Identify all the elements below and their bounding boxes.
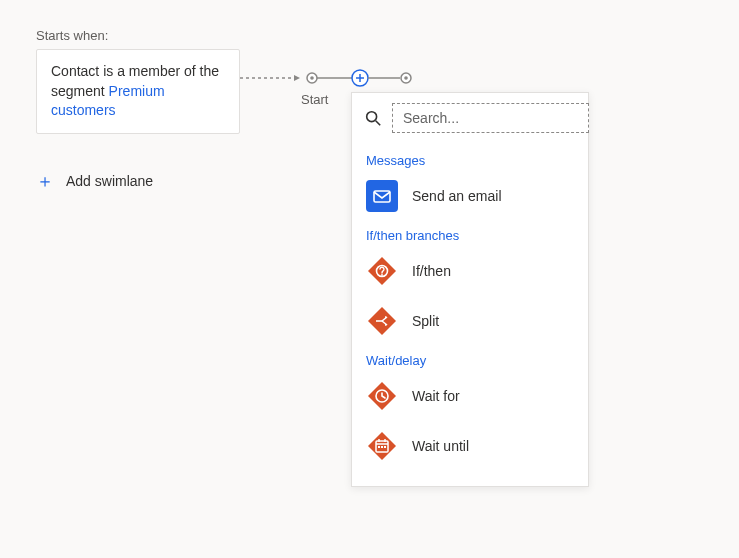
add-swimlane-label: Add swimlane <box>66 173 153 189</box>
action-label: Wait for <box>412 388 460 404</box>
add-swimlane-button[interactable]: ＋ Add swimlane <box>36 172 153 190</box>
group-heading-messages: Messages <box>366 153 570 168</box>
svg-point-11 <box>367 112 377 122</box>
group-heading-wait: Wait/delay <box>366 353 570 368</box>
svg-rect-30 <box>384 446 386 448</box>
svg-rect-28 <box>378 446 380 448</box>
search-icon <box>364 109 382 127</box>
action-picker-panel: Messages Send an email If/then branches <box>351 92 589 487</box>
clock-icon <box>366 380 398 412</box>
action-send-email[interactable]: Send an email <box>364 176 570 216</box>
email-icon <box>366 180 398 212</box>
plus-icon: ＋ <box>36 172 54 190</box>
action-if-then[interactable]: If/then <box>364 251 570 291</box>
action-label: Wait until <box>412 438 469 454</box>
search-input[interactable] <box>392 103 589 133</box>
svg-rect-29 <box>381 446 383 448</box>
action-wait-for[interactable]: Wait for <box>364 376 570 416</box>
action-wait-until[interactable]: Wait until <box>364 426 570 466</box>
svg-rect-13 <box>366 180 398 212</box>
journey-canvas: Starts when: Contact is a member of the … <box>0 0 739 558</box>
trigger-card[interactable]: Contact is a member of the segment Premi… <box>36 49 240 134</box>
action-split[interactable]: Split <box>364 301 570 341</box>
svg-marker-1 <box>294 75 300 81</box>
panel-body[interactable]: Messages Send an email If/then branches <box>364 145 576 476</box>
action-label: If/then <box>412 263 451 279</box>
start-node-label: Start <box>301 92 328 107</box>
action-label: Send an email <box>412 188 502 204</box>
svg-point-3 <box>310 76 314 80</box>
action-label: Split <box>412 313 439 329</box>
split-icon <box>366 305 398 337</box>
starts-when-label: Starts when: <box>36 28 703 43</box>
if-then-icon <box>366 255 398 287</box>
group-heading-branches: If/then branches <box>366 228 570 243</box>
svg-line-12 <box>376 121 381 126</box>
connector <box>240 74 410 94</box>
calendar-icon <box>366 430 398 462</box>
svg-point-10 <box>404 76 408 80</box>
svg-point-17 <box>381 274 383 276</box>
